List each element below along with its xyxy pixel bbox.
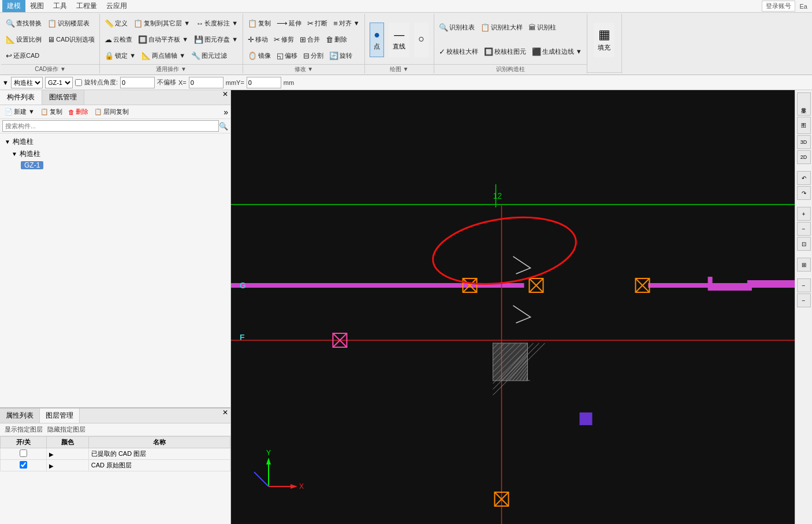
right-btn-table[interactable]: ⊞	[797, 258, 811, 272]
btn-save-element[interactable]: 💾 图元存盘 ▼	[192, 34, 240, 45]
panel-close-btn[interactable]: ✕	[220, 90, 230, 105]
panel-expand-btn[interactable]: »	[224, 107, 228, 117]
align2-icon: ≡	[333, 19, 338, 28]
tree-leaf-gz1[interactable]: GZ-1	[2, 160, 228, 170]
btn-verify-element[interactable]: 🔲 校核柱图元	[482, 46, 528, 57]
btn-mirror[interactable]: 🪞 镜像	[245, 50, 273, 61]
tree-item-1[interactable]: ▼ 构造柱	[2, 148, 228, 160]
gen-edge-icon: ⬛	[532, 47, 541, 56]
btn-draw-point[interactable]: ● 点	[370, 23, 384, 57]
layer-check-0[interactable]	[20, 449, 27, 457]
right-btn-minus2[interactable]: −	[797, 293, 811, 307]
btn-extend[interactable]: ⟶ 延伸	[274, 18, 304, 29]
cad-canvas[interactable]	[231, 90, 795, 524]
btn-offset[interactable]: ◱ 偏移	[274, 50, 300, 61]
layer-row-1: ▶ CAD 原始图层	[1, 460, 230, 471]
toolbar-group-identify: 🔍 识别柱表 📋 识别柱大样 🏛 识别柱 ✓ 校核柱大样 🔲 校核柱图元	[434, 14, 587, 73]
btn-copy[interactable]: 📋 复制	[245, 18, 273, 29]
btn-length-mark[interactable]: ↔ 长度标注 ▼	[193, 18, 240, 29]
toolbar-group-modify: 📋 复制 ⟶ 延伸 ✂ 打断 ≡ 对齐 ▼ ✛ 移动 ✂ 修剪	[243, 14, 365, 73]
btn-set-scale[interactable]: 📐 设置比例	[3, 34, 44, 45]
prop-rotate-input[interactable]	[120, 77, 155, 88]
right-btn-undo[interactable]: ↶	[797, 171, 811, 185]
search-icon[interactable]: 🔍	[219, 122, 228, 131]
btn-show-layer[interactable]: 显示指定图层	[5, 425, 43, 434]
offset-icon: ◱	[277, 51, 284, 60]
btn-trim[interactable]: ✂ 修剪	[271, 34, 296, 45]
login-btn[interactable]: 登录账号	[762, 1, 795, 12]
btn-cloud-check[interactable]: ☁ 云检查	[102, 34, 135, 45]
layer-check-1[interactable]	[20, 461, 27, 469]
menu-item-tool[interactable]: 工具	[49, 0, 72, 12]
btn-two-point-axis[interactable]: 📐 两点辅轴 ▼	[139, 50, 188, 61]
btn-identify-col-table[interactable]: 🔍 识别柱表	[437, 22, 477, 33]
prop-name-select[interactable]: GZ-1	[45, 77, 73, 88]
btn-delete-component[interactable]: 🗑 删除	[66, 106, 91, 117]
align-icon: 🔲	[138, 35, 147, 44]
general-row2: ☁ 云检查 🔲 自动平齐板 ▼ 💾 图元存盘 ▼	[102, 31, 240, 47]
menu-item-view[interactable]: 视图	[25, 0, 49, 12]
btn-identify-floor-table[interactable]: 📋 识别楼层表	[45, 18, 92, 29]
right-btn-3d[interactable]: 3D	[797, 135, 811, 149]
toolbar-area: 🔍 查找替换 📋 识别楼层表 📐 设置比例 🖥 CAD识别选项 ↩ 还原CAD	[0, 13, 812, 75]
right-btn-zoom-out[interactable]: −	[797, 222, 811, 236]
right-btn-redo[interactable]: ↷	[797, 186, 811, 200]
tab-layer-manage[interactable]: 图层管理	[40, 408, 80, 423]
btn-align[interactable]: ≡ 对齐 ▼	[331, 18, 362, 29]
btn-cad-options[interactable]: 🖥 CAD识别选项	[45, 34, 97, 45]
prop-x-input[interactable]	[189, 77, 224, 88]
fill-icon: ▦	[598, 27, 610, 42]
btn-copy-component[interactable]: 📋 复制	[38, 106, 65, 117]
right-btn-zoom-in[interactable]: +	[797, 207, 811, 221]
btn-draw-circle[interactable]: ○	[414, 23, 429, 57]
btn-identify-col[interactable]: 🏛 识别柱	[526, 22, 558, 33]
btn-define[interactable]: 📏 定义	[102, 18, 130, 29]
layer-expand-1[interactable]: ▶	[49, 463, 54, 469]
menu-item-cloud[interactable]: 云应用	[102, 0, 132, 12]
verify-detail-icon: ✓	[439, 47, 445, 56]
tab-drawing-manage[interactable]: 图纸管理	[42, 90, 84, 105]
layer-expand-0[interactable]: ▶	[49, 451, 54, 458]
btn-identify-col-detail[interactable]: 📋 识别柱大样	[478, 22, 525, 33]
btn-move[interactable]: ✛ 移动	[245, 34, 270, 45]
btn-gen-col-edge[interactable]: ⬛ 生成柱边线 ▼	[530, 46, 584, 57]
delete-icon: 🗑	[326, 35, 333, 44]
btn-find-replace[interactable]: 🔍 查找替换	[3, 18, 44, 29]
search-input[interactable]	[2, 120, 219, 132]
btn-verify-detail[interactable]: ✓ 校核柱大样	[437, 46, 481, 57]
btn-element-filter[interactable]: 🔧 图元过滤	[189, 50, 229, 61]
btn-delete[interactable]: 🗑 删除	[323, 34, 349, 45]
btn-auto-align[interactable]: 🔲 自动平齐板 ▼	[136, 34, 191, 45]
right-btn-display[interactable]: 显示	[797, 92, 811, 116]
menu-item-quantity[interactable]: 工程量	[72, 0, 102, 12]
btn-hide-layer[interactable]: 隐藏指定图层	[47, 425, 85, 434]
right-btn-2d[interactable]: 2D	[797, 150, 811, 164]
btn-floor-copy[interactable]: 📋 层间复制	[92, 106, 131, 117]
layer-color-0: ▶	[47, 448, 89, 460]
tab-component-list[interactable]: 构件列表	[0, 90, 42, 105]
tab-attr-list[interactable]: 属性列表	[0, 408, 40, 423]
btn-split[interactable]: ⊟ 分割	[301, 50, 326, 61]
find-replace-icon: 🔍	[6, 19, 15, 28]
bottom-panel-close[interactable]: ✕	[220, 408, 230, 423]
prop-type-select[interactable]: 构造柱	[11, 77, 43, 88]
btn-draw-line[interactable]: — 直线	[389, 23, 409, 57]
right-btn-drawing[interactable]: 图	[797, 117, 811, 134]
right-btn-fit[interactable]: ⊡	[797, 237, 811, 251]
tree-item-0[interactable]: ▼ 构造柱	[2, 136, 228, 148]
tree-area: ▼ 构造柱 ▼ 构造柱 GZ-1	[0, 133, 230, 407]
layer-on-1[interactable]	[1, 460, 47, 471]
btn-copy-other-floor[interactable]: 📋 复制到其它层 ▼	[131, 18, 192, 29]
right-btn-minus1[interactable]: −	[797, 278, 811, 292]
btn-merge[interactable]: ⊞ 合并	[297, 34, 322, 45]
prop-y-input[interactable]	[247, 77, 281, 88]
btn-new-component[interactable]: 📄 新建 ▼	[2, 106, 37, 117]
layer-on-0[interactable]	[1, 448, 47, 460]
btn-restore-cad[interactable]: ↩ 还原CAD	[3, 50, 42, 61]
btn-break[interactable]: ✂ 打断	[305, 18, 330, 29]
menu-item-build[interactable]: 建模	[2, 0, 25, 12]
btn-fill[interactable]: ▦ 填充	[594, 23, 614, 57]
btn-rotate[interactable]: 🔄 旋转	[327, 50, 355, 61]
prop-rotate-checkbox[interactable]	[75, 79, 82, 86]
btn-lock[interactable]: 🔒 锁定 ▼	[102, 50, 138, 61]
